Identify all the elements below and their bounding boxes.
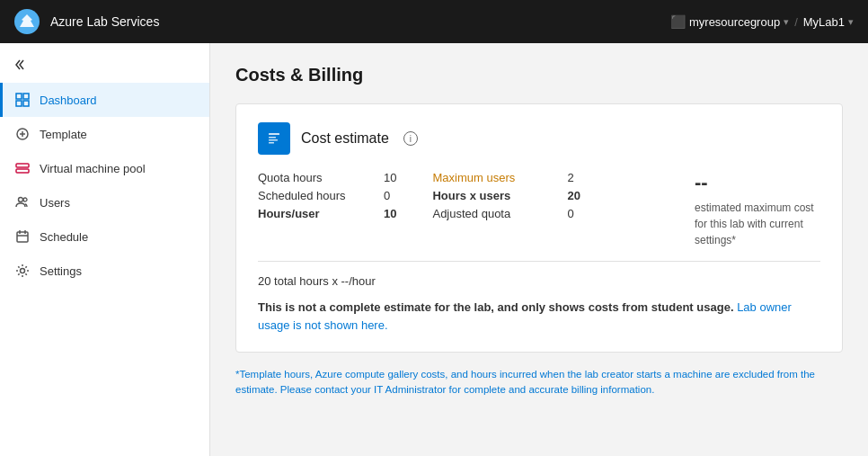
cost-summary: -- estimated maximum costfor this lab wi… — [641, 171, 820, 248]
svg-rect-6 — [16, 169, 29, 173]
sidebar-item-schedule[interactable]: Schedule — [0, 219, 209, 254]
info-icon[interactable]: i — [403, 131, 418, 146]
template-icon — [14, 126, 31, 142]
cost-estimate-card: Cost estimate i Quota hours 10 — [235, 103, 843, 353]
vm-pool-icon — [14, 160, 31, 176]
sidebar-item-template[interactable]: Template — [0, 117, 209, 151]
svg-rect-9 — [17, 232, 28, 242]
sidebar-item-label-template: Template — [40, 128, 87, 141]
card-title: Cost estimate — [301, 130, 389, 147]
sidebar-item-label-users: Users — [40, 196, 70, 210]
svg-rect-15 — [269, 142, 274, 144]
max-users-label: Maximum users — [432, 171, 549, 184]
sidebar-item-label-dashboard: Dashboard — [40, 94, 97, 107]
sidebar: Dashboard Template — [0, 43, 210, 456]
chevron-down-icon-lab: ▾ — [848, 16, 854, 28]
estimate-note: This is not a complete estimate for the … — [258, 299, 820, 334]
breadcrumb: ⬛ myresourcegroup ▾ / MyLab1 ▾ — [670, 14, 854, 29]
cost-dashes: -- — [695, 171, 820, 194]
app-name: Azure Lab Services — [50, 14, 159, 29]
main-content: Costs & Billing Cost estimate i — [210, 43, 868, 456]
sidebar-item-label-settings: Settings — [40, 264, 82, 278]
lab-breadcrumb[interactable]: MyLab1 ▾ — [803, 15, 854, 29]
collapse-icon — [14, 58, 29, 72]
resource-group-icon: ⬛ — [670, 14, 686, 29]
hours-per-user-value: 10 — [384, 207, 396, 220]
cost-row-1: Quota hours 10 — [258, 171, 396, 184]
svg-rect-0 — [16, 94, 22, 99]
resource-group-breadcrumb[interactable]: ⬛ myresourcegroup ▾ — [670, 14, 789, 29]
cost-right-column: Maximum users 2 Hours x users 20 Adjuste… — [432, 171, 580, 225]
chevron-down-icon: ▾ — [784, 16, 789, 28]
cost-estimate-icon — [258, 122, 290, 155]
schedule-icon — [14, 228, 31, 245]
page-title: Costs & Billing — [235, 65, 843, 85]
cost-row-2: Scheduled hours 0 — [258, 189, 396, 202]
max-users-value: 2 — [567, 171, 573, 184]
adjusted-quota-label: Adjusted quota — [432, 207, 549, 220]
hours-x-users-value: 20 — [567, 189, 580, 202]
hours-x-users-label: Hours x users — [432, 189, 549, 202]
sidebar-item-label-schedule: Schedule — [40, 230, 88, 244]
users-icon — [14, 194, 31, 210]
cost-rows-container: Quota hours 10 Scheduled hours 0 Hours/u… — [258, 171, 641, 225]
app-logo — [14, 9, 40, 34]
card-divider — [258, 261, 820, 262]
settings-icon — [14, 263, 31, 279]
svg-point-8 — [23, 198, 27, 201]
breadcrumb-separator: / — [794, 15, 798, 29]
svg-rect-11 — [266, 130, 282, 147]
scheduled-hours-value: 0 — [384, 189, 390, 202]
cost-columns: Quota hours 10 Scheduled hours 0 Hours/u… — [258, 171, 641, 248]
dashboard-icon — [14, 92, 31, 108]
sidebar-nav: Dashboard Template — [0, 83, 209, 288]
cost-row-5: Hours x users 20 — [432, 189, 580, 202]
total-hours-text: 20 total hours x --/hour — [258, 274, 820, 288]
sidebar-item-label-vm-pool: Virtual machine pool — [40, 162, 146, 175]
svg-rect-12 — [269, 133, 279, 135]
cost-right-label: estimated maximum costfor this lab with … — [695, 200, 820, 248]
cost-left-column: Quota hours 10 Scheduled hours 0 Hours/u… — [258, 171, 396, 225]
cost-row-6: Adjusted quota 0 — [432, 207, 580, 220]
cost-row-3: Hours/user 10 — [258, 207, 396, 220]
sidebar-item-users[interactable]: Users — [0, 185, 209, 219]
svg-rect-1 — [23, 94, 29, 99]
card-header: Cost estimate i — [258, 122, 820, 155]
topbar: Azure Lab Services ⬛ myresourcegroup ▾ /… — [0, 0, 868, 43]
sidebar-item-vm-pool[interactable]: Virtual machine pool — [0, 151, 209, 185]
scheduled-hours-label: Scheduled hours — [258, 189, 366, 202]
adjusted-quota-value: 0 — [567, 207, 573, 220]
hours-per-user-label: Hours/user — [258, 207, 366, 220]
footnote: *Template hours, Azure compute gallery c… — [235, 367, 843, 398]
main-layout: Dashboard Template — [0, 43, 868, 456]
svg-rect-5 — [16, 164, 29, 167]
svg-rect-2 — [16, 101, 22, 106]
sidebar-item-settings[interactable]: Settings — [0, 254, 209, 288]
estimate-note-bold: This is not a complete estimate for the … — [258, 300, 734, 314]
svg-rect-13 — [269, 137, 276, 139]
svg-point-7 — [19, 198, 23, 202]
sidebar-collapse-button[interactable] — [0, 50, 209, 79]
svg-rect-3 — [23, 101, 29, 106]
quota-hours-label: Quota hours — [258, 171, 366, 184]
cost-row-4: Maximum users 2 — [432, 171, 580, 184]
svg-rect-14 — [269, 139, 278, 141]
cost-data-section: Quota hours 10 Scheduled hours 0 Hours/u… — [258, 171, 820, 248]
svg-point-10 — [21, 269, 25, 273]
sidebar-item-dashboard[interactable]: Dashboard — [0, 83, 209, 117]
quota-hours-value: 10 — [384, 171, 396, 184]
